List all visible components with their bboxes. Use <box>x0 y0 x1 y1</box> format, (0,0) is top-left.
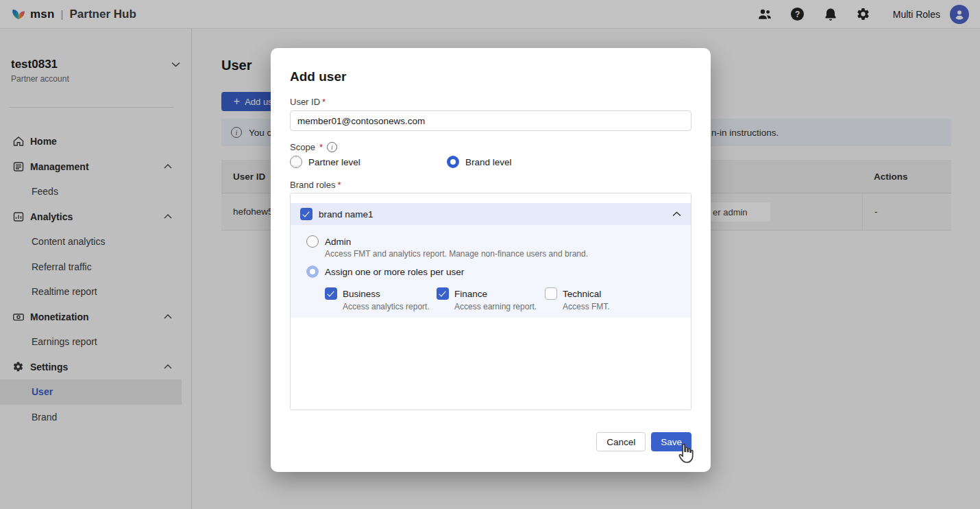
checkbox-unchecked-icon <box>545 287 557 300</box>
radio-unselected-icon <box>290 156 302 168</box>
scope-label: Scope* i <box>290 142 337 152</box>
finance-checkbox[interactable]: Finance <box>437 287 545 300</box>
role-business: Business Access analytics report. <box>325 287 437 311</box>
add-user-dialog: Add user User ID* Scope* i Partner level… <box>271 48 711 472</box>
scope-option-label: Brand level <box>465 157 512 167</box>
chevron-up-icon[interactable] <box>672 211 681 217</box>
role-label: Technical <box>563 289 601 299</box>
brand-row[interactable]: brand name1 <box>291 203 691 225</box>
required-mark: * <box>319 142 323 152</box>
scope-radio-brand-level[interactable]: Brand level <box>447 156 512 168</box>
business-checkbox[interactable]: Business <box>325 287 437 300</box>
radio-unselected-icon <box>306 235 319 248</box>
role-checkbox-group: Business Access analytics report. Financ… <box>325 287 610 311</box>
cancel-button[interactable]: Cancel <box>596 432 646 451</box>
admin-option-description: Access FMT and analytics report. Manage … <box>325 249 588 259</box>
checkbox-checked-icon <box>437 287 449 300</box>
admin-option-label: Admin <box>325 237 351 247</box>
user-id-label: User ID* <box>290 97 326 107</box>
required-mark: * <box>337 180 341 190</box>
brand-roles-label-text: Brand roles <box>290 180 335 190</box>
user-id-input[interactable] <box>290 110 691 131</box>
role-description: Access earning report. <box>454 302 545 311</box>
role-finance: Finance Access earning report. <box>437 287 545 311</box>
role-label: Business <box>343 289 380 299</box>
scope-info-icon[interactable]: i <box>327 142 337 152</box>
role-label: Finance <box>454 289 487 299</box>
dialog-footer: Cancel Save <box>596 432 691 451</box>
role-description: Access analytics report. <box>343 302 437 311</box>
dialog-title: Add user <box>290 69 346 84</box>
brand-name: brand name1 <box>319 209 373 220</box>
assign-option-label: Assign one or more roles per user <box>325 267 464 277</box>
admin-radio[interactable]: Admin <box>306 235 351 248</box>
save-button[interactable]: Save <box>651 432 691 451</box>
assign-roles-radio[interactable]: Assign one or more roles per user <box>306 265 464 278</box>
scope-label-text: Scope <box>290 142 315 152</box>
checkbox-checked-icon <box>325 287 337 300</box>
app-root: msn | Partner Hub ? <box>0 0 980 509</box>
scope-option-label: Partner level <box>308 157 360 167</box>
role-technical: Technical Access FMT. <box>545 287 610 311</box>
brand-roles-options: Admin Access FMT and analytics report. M… <box>291 225 691 318</box>
role-description: Access FMT. <box>563 302 610 311</box>
brand-roles-label: Brand roles* <box>290 180 341 190</box>
radio-selected-light-icon <box>306 265 319 278</box>
radio-selected-icon <box>447 156 459 168</box>
technical-checkbox[interactable]: Technical <box>545 287 610 300</box>
required-mark: * <box>322 97 326 107</box>
brand-roles-picker: brand name1 Admin Access FMT and analyti… <box>290 193 691 410</box>
user-id-label-text: User ID <box>290 97 320 107</box>
checkbox-checked-icon[interactable] <box>300 208 313 220</box>
scope-radio-partner-level[interactable]: Partner level <box>290 156 360 168</box>
